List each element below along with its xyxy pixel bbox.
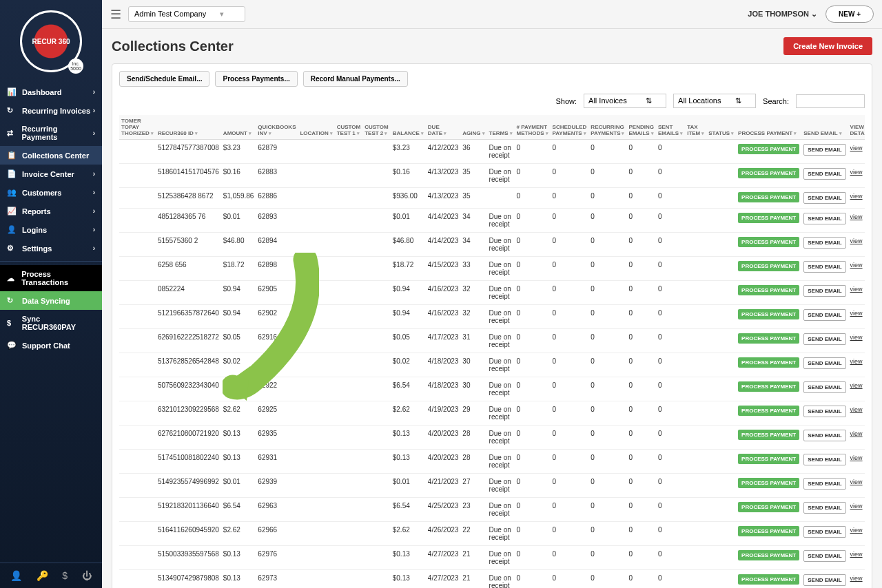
send-email-button[interactable]: SEND EMAIL	[803, 309, 845, 321]
send-email-button[interactable]: SEND EMAIL	[803, 550, 845, 562]
key-icon[interactable]: 🔑	[37, 570, 48, 581]
view-link[interactable]: view	[850, 551, 863, 558]
column-header[interactable]: SENT EMAILS▾	[656, 115, 685, 140]
view-link[interactable]: view	[850, 213, 863, 220]
send-email-button[interactable]: SEND EMAIL	[803, 381, 845, 393]
view-link[interactable]: view	[850, 527, 863, 534]
view-link[interactable]: view	[850, 454, 863, 461]
view-link[interactable]: view	[850, 358, 863, 365]
column-header[interactable]: # PAYMENT METHODS▾	[515, 115, 551, 140]
process-payment-button[interactable]: PROCESS PAYMENT	[738, 550, 799, 560]
send-email-button[interactable]: Send/Schedule Email...	[119, 71, 209, 87]
view-link[interactable]: view	[850, 310, 863, 317]
send-email-button[interactable]: SEND EMAIL	[803, 357, 845, 369]
column-header[interactable]: DUE DATE▾	[426, 115, 461, 140]
sidebar-item-recurring-payments[interactable]: ⇄Recurring Payments›	[0, 120, 102, 146]
process-payment-button[interactable]: PROCESS PAYMENT	[738, 502, 799, 512]
send-email-button[interactable]: SEND EMAIL	[803, 333, 845, 345]
column-header[interactable]: BALANCE▾	[391, 115, 426, 140]
process-payment-button[interactable]: PROCESS PAYMENT	[738, 309, 799, 319]
send-email-button[interactable]: SEND EMAIL	[803, 478, 845, 490]
sidebar-item-recurring-invoices[interactable]: ↻Recurring Invoices›	[0, 101, 102, 120]
send-email-button[interactable]: SEND EMAIL	[803, 574, 845, 586]
record-manual-button[interactable]: Record Manual Payments...	[303, 71, 408, 87]
column-header[interactable]: PROCESS PAYMENT▾	[736, 115, 801, 140]
column-header[interactable]: SEND EMAIL▾	[801, 115, 848, 140]
dollar-icon[interactable]: $	[62, 570, 68, 581]
send-email-button[interactable]: SEND EMAIL	[803, 430, 845, 441]
send-email-button[interactable]: SEND EMAIL	[803, 285, 845, 297]
column-header[interactable]: SCHEDULED PAYMENTS▾	[551, 115, 589, 140]
column-header[interactable]: TAX ITEM▾	[685, 115, 706, 140]
view-link[interactable]: view	[850, 286, 863, 293]
view-link[interactable]: view	[850, 169, 863, 176]
send-email-button[interactable]: SEND EMAIL	[803, 213, 845, 224]
sidebar-item-dashboard[interactable]: 📊Dashboard›	[0, 83, 102, 101]
send-email-button[interactable]: SEND EMAIL	[803, 454, 845, 465]
process-payment-button[interactable]: PROCESS PAYMENT	[738, 478, 799, 488]
view-link[interactable]: view	[850, 382, 863, 389]
process-payment-button[interactable]: PROCESS PAYMENT	[738, 237, 799, 247]
column-header[interactable]: QUICKBOOKS INV▾	[256, 115, 298, 140]
column-header[interactable]: AGING▾	[460, 115, 486, 140]
sidebar-item-sync-recur360pay[interactable]: $Sync RECUR360PAY	[0, 310, 102, 336]
process-payment-button[interactable]: PROCESS PAYMENT	[738, 526, 799, 536]
send-email-button[interactable]: SEND EMAIL	[803, 144, 845, 156]
process-payment-button[interactable]: PROCESS PAYMENT	[738, 285, 799, 295]
send-email-button[interactable]: SEND EMAIL	[803, 502, 845, 514]
sidebar-item-logins[interactable]: 👤Logins›	[0, 220, 102, 239]
view-link[interactable]: view	[850, 430, 863, 437]
view-link[interactable]: view	[850, 262, 863, 269]
column-header[interactable]: AMOUNT▾	[221, 115, 256, 140]
view-link[interactable]: view	[850, 503, 863, 510]
view-link[interactable]: view	[850, 406, 863, 413]
column-header[interactable]: STATUS▾	[706, 115, 736, 140]
send-email-button[interactable]: SEND EMAIL	[803, 261, 845, 273]
create-invoice-button[interactable]: Create New Invoice	[783, 37, 872, 55]
process-payment-button[interactable]: PROCESS PAYMENT	[738, 192, 799, 202]
sidebar-item-support-chat[interactable]: 💬Support Chat	[0, 336, 102, 355]
sidebar-item-settings[interactable]: ⚙Settings›	[0, 239, 102, 258]
new-button[interactable]: NEW +	[825, 6, 874, 23]
column-header[interactable]: TERMS▾	[487, 115, 515, 140]
hamburger-icon[interactable]: ☰	[110, 7, 121, 22]
sidebar-item-invoice-center[interactable]: 📄Invoice Center›	[0, 165, 102, 183]
company-select[interactable]: Admin Test Company ▾	[128, 6, 245, 22]
process-payment-button[interactable]: PROCESS PAYMENT	[738, 144, 799, 154]
column-header[interactable]: VIEW DETAILS▾	[848, 115, 865, 140]
show-select[interactable]: All Invoices ⇅	[584, 94, 666, 108]
user-icon[interactable]: 👤	[10, 570, 22, 581]
view-link[interactable]: view	[850, 145, 863, 151]
column-header[interactable]: RECURRING PAYMENTS▾	[588, 115, 626, 140]
column-header[interactable]: CUSTOM TEST 2▾	[362, 115, 391, 140]
sidebar-item-customers[interactable]: 👥Customers›	[0, 183, 102, 202]
power-icon[interactable]: ⏻	[82, 570, 92, 581]
column-header[interactable]: PENDING EMAILS▾	[626, 115, 655, 140]
sidebar-item-reports[interactable]: 📈Reports›	[0, 202, 102, 220]
process-payment-button[interactable]: PROCESS PAYMENT	[738, 574, 799, 585]
sidebar-item-data-syncing[interactable]: ↻Data Syncing	[0, 291, 102, 310]
column-header[interactable]: LOCATION▾	[298, 115, 334, 140]
process-payment-button[interactable]: PROCESS PAYMENT	[738, 357, 799, 368]
search-input[interactable]	[796, 94, 865, 108]
column-header[interactable]: CUSTOM TEST 1▾	[335, 115, 363, 140]
process-payment-button[interactable]: PROCESS PAYMENT	[738, 168, 799, 178]
view-link[interactable]: view	[850, 193, 863, 200]
sidebar-item-collections-center[interactable]: 📋Collections Center	[0, 146, 102, 165]
column-header[interactable]: RECUR360 ID▾	[156, 115, 221, 140]
process-payments-button[interactable]: Process Payments...	[215, 71, 297, 87]
send-email-button[interactable]: SEND EMAIL	[803, 526, 845, 538]
user-menu[interactable]: JOE THOMPSON ⌄	[748, 10, 817, 19]
send-email-button[interactable]: SEND EMAIL	[803, 406, 845, 417]
process-payment-button[interactable]: PROCESS PAYMENT	[738, 261, 799, 271]
location-select[interactable]: All Locations ⇅	[673, 94, 756, 108]
send-email-button[interactable]: SEND EMAIL	[803, 168, 845, 180]
view-link[interactable]: view	[850, 479, 863, 485]
send-email-button[interactable]: SEND EMAIL	[803, 237, 845, 249]
process-payment-button[interactable]: PROCESS PAYMENT	[738, 333, 799, 344]
column-header[interactable]: TOMER TOPAY THORIZED▾	[119, 115, 156, 140]
process-payment-button[interactable]: PROCESS PAYMENT	[738, 213, 799, 223]
process-payment-button[interactable]: PROCESS PAYMENT	[738, 430, 799, 440]
process-payment-button[interactable]: PROCESS PAYMENT	[738, 406, 799, 416]
view-link[interactable]: view	[850, 334, 863, 341]
